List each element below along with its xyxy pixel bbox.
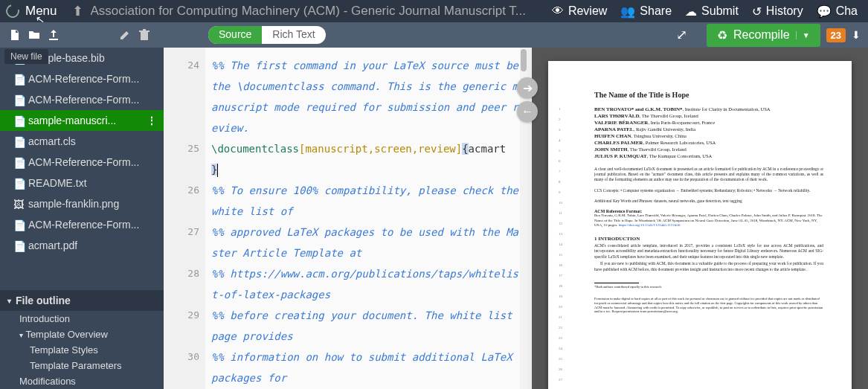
pdf-ref-text: Ben Trovato, G.K.M. Tobin, Lars Thørväld…	[594, 213, 823, 228]
submit-label: Submit	[701, 4, 739, 18]
outline-item[interactable]: ▾ Template Overview	[0, 327, 164, 342]
recompile-button[interactable]: ♻ Recompile ▼	[707, 24, 820, 47]
file-row[interactable]: 📄acmart.pdf	[0, 235, 164, 256]
sync-code-to-pdf-icon[interactable]: ➔	[517, 77, 538, 98]
pdf-author-line: CHARLES PALMER, Palmer Research Laborato…	[594, 140, 823, 146]
pdf-author-line: LARS THØRVÄLD, The Thørväld Group, Icela…	[594, 113, 823, 119]
pdf-author-line: VALERIE BÉRANGER, Inria Paris-Rocquencou…	[594, 120, 823, 126]
overleaf-logo-icon[interactable]	[4, 2, 22, 21]
file-row[interactable]: 📄README.txt	[0, 173, 164, 193]
outline-item[interactable]: Introduction	[0, 311, 164, 327]
file-row[interactable]: 📄ACM-Reference-Form...	[0, 152, 164, 173]
chat-label: Cha	[836, 4, 858, 18]
pdf-abstract: A clear and well-documented LaTeX docume…	[594, 167, 823, 182]
pdf-preview[interactable]: 1234567891011121314151617181920212223242…	[532, 48, 868, 389]
code-line[interactable]: %% The first command in your LaTeX sourc…	[211, 55, 518, 138]
error-count-badge[interactable]: 23	[826, 28, 846, 42]
submit-icon: ☁	[685, 4, 697, 19]
file-name: acmart.cls	[28, 135, 76, 147]
code-line[interactable]: %% approved LaTeX packages to be used wi…	[211, 222, 518, 263]
recompile-dropdown-icon[interactable]: ▼	[796, 31, 810, 39]
upload-icon[interactable]	[48, 29, 60, 41]
code-editor[interactable]: 24252627282930 %% The first command in y…	[164, 48, 527, 389]
share-icon: 👥	[620, 4, 635, 19]
pdf-author-line: HUIFEN CHAN, Tsinghua University, China	[594, 133, 823, 139]
pdf-author-line: JOHN SMITH, The Thørväld Group, Iceland	[594, 147, 823, 152]
sync-pdf-to-code-icon[interactable]: ←	[517, 101, 538, 122]
file-row[interactable]: 📄sample-manuscri...⋮	[0, 110, 164, 131]
submit-button[interactable]: ☁ Submit	[681, 4, 743, 19]
main-area: New file 📄sample-base.bib📄ACM-Reference-…	[0, 48, 868, 389]
file-outline-label: File outline	[16, 295, 71, 306]
source-tab[interactable]: Source	[208, 26, 262, 44]
pdf-page: 1234567891011121314151617181920212223242…	[548, 61, 852, 389]
review-button[interactable]: 👁 Review	[547, 4, 611, 18]
file-outline-list: Introduction▾ Template OverviewTemplate …	[0, 311, 164, 389]
file-icon: 📄	[13, 94, 24, 105]
sidebar: New file 📄sample-base.bib📄ACM-Reference-…	[0, 48, 164, 389]
recompile-label: Recompile	[733, 28, 790, 42]
file-menu-icon[interactable]: ⋮	[147, 115, 158, 126]
code-line[interactable]: %% before creating your document. The wh…	[211, 305, 518, 347]
editor-mode-toggle[interactable]: Source Rich Text	[208, 26, 326, 44]
code-line[interactable]: %% https://www.acm.org/publications/taps…	[211, 263, 518, 305]
delete-icon[interactable]	[138, 29, 150, 41]
pdf-doi-link[interactable]: https://doi.org/10.1145/1122445.1122456	[619, 223, 681, 227]
line-number: 24	[164, 55, 199, 138]
file-icon: 📄	[13, 115, 24, 126]
file-name: sample-manuscri...	[28, 115, 116, 126]
chevron-down-icon: ▾	[7, 297, 11, 305]
pdf-author-line: JULIUS P. KUMQUAT, The Kumquat Consortiu…	[594, 153, 823, 159]
code-line[interactable]: \documentclass[manuscript,screen,review]…	[211, 138, 518, 180]
share-button[interactable]: 👥 Share	[616, 4, 676, 19]
chevron-down-icon: ▾	[19, 331, 23, 339]
file-name: ACM-Reference-Form...	[28, 219, 139, 231]
pdf-body-2: If you are new to publishing with ACM, t…	[594, 261, 823, 272]
line-gutter: 24252627282930	[164, 48, 205, 389]
file-row[interactable]: 📄ACM-Reference-Form...	[0, 214, 164, 235]
file-name: ACM-Reference-Form...	[28, 73, 139, 85]
outline-item[interactable]: Template Styles	[0, 342, 164, 358]
expand-editor-icon[interactable]: ⤢	[676, 27, 687, 43]
history-button[interactable]: ↺ History	[748, 4, 808, 19]
new-file-tooltip: New file	[4, 49, 48, 64]
chat-button[interactable]: 💬 Cha	[812, 4, 862, 19]
line-number: 29	[164, 305, 199, 347]
scroll-thumb[interactable]	[521, 49, 527, 71]
top-bar: Menu ⬆ Association for Computing Machine…	[0, 0, 868, 22]
file-outline-header[interactable]: ▾ File outline	[0, 290, 164, 311]
code-line[interactable]: %% information on how to submit addition…	[211, 347, 518, 388]
pdf-title: The Name of the Title is Hope	[594, 91, 823, 99]
chat-icon: 💬	[817, 4, 832, 19]
rename-icon[interactable]	[119, 29, 131, 41]
code-line[interactable]: %% To ensure 100% compatibility, please …	[211, 180, 518, 222]
line-number: 26	[164, 180, 199, 222]
file-row[interactable]: 📄ACM-Reference-Form...	[0, 68, 164, 89]
mouse-cursor: ↖	[35, 13, 46, 26]
file-row[interactable]: 🖼sample-franklin.png	[0, 193, 164, 214]
file-row[interactable]: 📄ACM-Reference-Form...	[0, 89, 164, 110]
file-row[interactable]: 📄acmart.cls	[0, 131, 164, 152]
outline-item[interactable]: Modifications	[0, 373, 164, 389]
pane-divider[interactable]: ➔ ←	[527, 48, 532, 389]
line-number: 27	[164, 222, 199, 263]
file-icon: 📄	[13, 136, 24, 147]
image-icon: 🖼	[13, 199, 24, 209]
new-folder-icon[interactable]	[28, 29, 40, 41]
pdf-ccs: CCS Concepts: • Computer systems organiz…	[594, 188, 823, 193]
up-arrow-icon[interactable]: ⬆	[72, 3, 83, 19]
pdf-section-heading: 1 INTRODUCTION	[594, 236, 823, 242]
pdf-author-line: APARNA PATEL, Rajiv Gandhi University, I…	[594, 126, 823, 132]
code-area[interactable]: %% The first command in your LaTeX sourc…	[205, 48, 527, 389]
rich-text-tab[interactable]: Rich Text	[262, 26, 325, 44]
new-file-icon[interactable]	[9, 29, 21, 41]
pdf-author-line: BEN TROVATO* and G.K.M. TOBIN*, Institut…	[594, 106, 823, 112]
recompile-icon: ♻	[717, 28, 727, 42]
line-number: 28	[164, 263, 199, 305]
outline-item[interactable]: Template Parameters	[0, 358, 164, 373]
history-icon: ↺	[752, 4, 762, 19]
pdf-footnote-2: Permission to make digital or hard copie…	[594, 297, 823, 314]
download-pdf-icon[interactable]: ⬇	[852, 29, 861, 41]
file-name: sample-franklin.png	[28, 198, 119, 210]
file-icon: 📄	[13, 219, 24, 230]
